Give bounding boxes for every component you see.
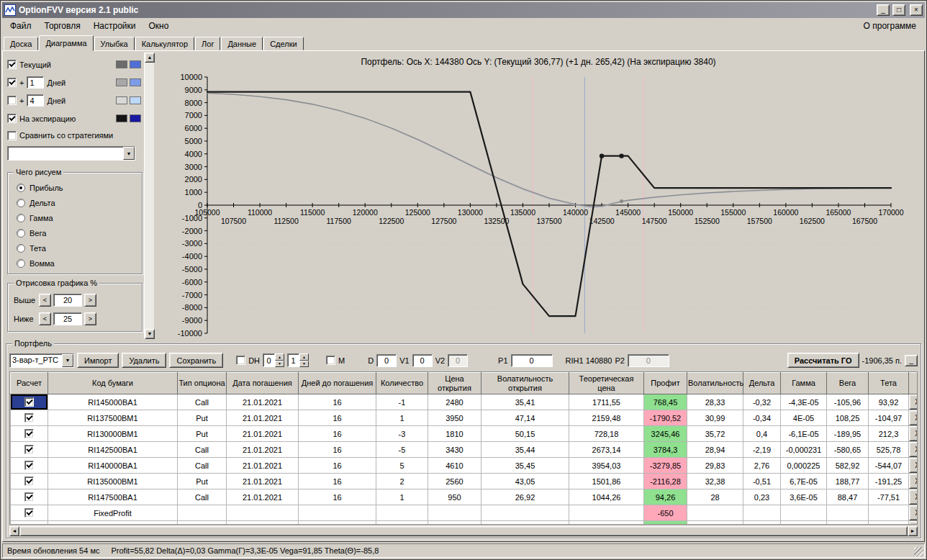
spin-up-icon[interactable]: ▲: [299, 353, 309, 361]
scrollbar-thumb[interactable]: [19, 526, 908, 536]
row-calc-checkbox[interactable]: [24, 461, 34, 470]
portfolio-chart[interactable]: -10000-9000-8000-7000-6000-5000-4000-300…: [154, 70, 923, 339]
scroll-right-icon[interactable]: ►: [908, 526, 918, 536]
profit-radio[interactable]: [17, 184, 25, 192]
current-checkbox[interactable]: [7, 60, 17, 69]
table-row[interactable]: RI142500BA1Call21.01.202116-5343035,4426…: [11, 442, 918, 458]
below-decrease-button[interactable]: <: [39, 312, 51, 325]
compare-strategies-checkbox[interactable]: [7, 131, 17, 140]
import-button[interactable]: Импорт: [77, 353, 119, 368]
tab-diagram[interactable]: Диаграмма: [39, 35, 93, 51]
row-calc-checkbox[interactable]: [24, 445, 34, 454]
minimize-button[interactable]: _: [877, 4, 890, 16]
row-delete-button[interactable]: X: [909, 458, 918, 473]
draw-option-profit[interactable]: Прибыль: [11, 180, 139, 195]
row-calc-cell[interactable]: [11, 521, 48, 525]
row-calc-cell[interactable]: [11, 410, 48, 426]
row-calc-checkbox[interactable]: [24, 524, 34, 525]
row-calc-checkbox[interactable]: [24, 508, 34, 518]
preset-select[interactable]: 3-вар-т_РТС ▼: [9, 353, 74, 368]
chevron-down-icon[interactable]: ▼: [62, 354, 73, 367]
dh-spinner-2-input[interactable]: [287, 353, 299, 367]
calc-go-button[interactable]: Рассчитать ГО: [787, 353, 859, 368]
v2-field[interactable]: [448, 354, 468, 367]
draw-option-delta[interactable]: Дельта: [11, 195, 139, 210]
tab-data[interactable]: Данные: [221, 37, 263, 50]
row-calc-cell[interactable]: [11, 489, 48, 505]
draw-option-theta[interactable]: Тета: [11, 240, 139, 256]
row-delete-button[interactable]: X: [909, 394, 918, 410]
menu-trade[interactable]: Торговля: [38, 19, 87, 33]
titlebar[interactable]: OptionFVV версия 2.1 public _ □ ×: [2, 2, 925, 18]
row-calc-cell[interactable]: [11, 442, 48, 458]
row-calc-cell[interactable]: [11, 505, 48, 521]
scroll-up-icon[interactable]: ▲: [145, 53, 155, 63]
maximize-button[interactable]: □: [892, 4, 905, 16]
row-calc-checkbox[interactable]: [24, 397, 34, 407]
draw-option-vega[interactable]: Вега: [11, 225, 139, 240]
plus4-days-days-input[interactable]: [27, 94, 44, 107]
delete-button[interactable]: Удалить: [122, 353, 166, 368]
delta-radio[interactable]: [17, 199, 25, 207]
save-button[interactable]: Сохранить: [169, 353, 223, 368]
scroll-left-icon[interactable]: ◄: [9, 526, 19, 536]
below-percent-input[interactable]: [53, 312, 82, 325]
tab-calculator[interactable]: Калькулятор: [135, 37, 194, 50]
collapse-button[interactable]: _: [905, 355, 918, 366]
dh-spinner-1-input[interactable]: [263, 353, 275, 367]
theta-radio[interactable]: [17, 244, 25, 253]
row-calc-cell[interactable]: [11, 394, 48, 410]
tab-trades[interactable]: Сделки: [263, 37, 304, 50]
v1-field[interactable]: [412, 354, 433, 367]
row-calc-cell[interactable]: [11, 426, 48, 442]
table-row[interactable]: RI135000BM1Put21.01.2021162256043,051501…: [11, 474, 918, 489]
chevron-down-icon[interactable]: ▼: [123, 147, 135, 160]
menu-about[interactable]: О программе: [856, 19, 923, 33]
draw-option-vomma[interactable]: Вомма: [11, 256, 139, 271]
row-calc-checkbox[interactable]: [24, 413, 34, 423]
gamma-radio[interactable]: [17, 214, 25, 222]
row-delete-button[interactable]: X: [909, 474, 918, 489]
vomma-radio[interactable]: [17, 259, 25, 268]
p1-field[interactable]: [511, 354, 553, 367]
p2-field[interactable]: [628, 354, 669, 367]
menu-window[interactable]: Окно: [143, 19, 176, 33]
row-delete-button[interactable]: X: [909, 442, 918, 457]
dh-checkbox[interactable]: [236, 356, 245, 365]
row-delete-button[interactable]: X: [909, 426, 918, 441]
tab-board[interactable]: Доска: [4, 37, 38, 50]
above-increase-button[interactable]: >: [84, 294, 96, 307]
row-calc-cell[interactable]: [11, 458, 48, 474]
table-row[interactable]: FixedProfit-650X: [11, 505, 918, 521]
row-calc-checkbox[interactable]: [24, 477, 34, 486]
plus1-day-checkbox[interactable]: [7, 78, 17, 87]
above-decrease-button[interactable]: <: [39, 294, 51, 307]
menu-file[interactable]: Файл: [4, 19, 38, 33]
above-percent-input[interactable]: [53, 294, 82, 307]
row-delete-button[interactable]: X: [909, 521, 918, 525]
spin-down-icon[interactable]: ▼: [275, 361, 284, 368]
row-delete-button[interactable]: X: [909, 505, 918, 520]
table-row[interactable]: RI140000BA1Call21.01.2021165461035,45395…: [11, 458, 918, 474]
expiration-checkbox[interactable]: [7, 114, 17, 123]
spin-up-icon[interactable]: ▲: [275, 353, 284, 361]
row-calc-checkbox[interactable]: [24, 429, 34, 438]
draw-option-gamma[interactable]: Гамма: [11, 210, 139, 225]
tab-log[interactable]: Лог: [195, 37, 220, 50]
row-delete-button[interactable]: X: [909, 410, 918, 425]
table-row[interactable]: RI145000BA1Call21.01.202116-1248035,4117…: [11, 394, 918, 410]
close-button[interactable]: ×: [910, 4, 923, 16]
strategy-select[interactable]: ▼: [7, 146, 135, 161]
plus1-day-days-input[interactable]: [27, 76, 44, 89]
vega-radio[interactable]: [17, 229, 25, 238]
table-horizontal-scrollbar[interactable]: ◄ ►: [9, 526, 918, 536]
resize-grip[interactable]: [914, 547, 923, 556]
row-calc-checkbox[interactable]: [24, 492, 34, 502]
scroll-down-icon[interactable]: ▼: [145, 329, 155, 339]
table-row[interactable]: RI130000BM1Put21.01.202116-3181050,15728…: [11, 426, 918, 442]
table-row[interactable]: RI147500BA1Call21.01.202116195026,921044…: [11, 489, 918, 505]
table-row[interactable]: RI137500BM1Put21.01.2021161395047,142159…: [11, 410, 918, 426]
table-row[interactable]: Итого:55,820,033,3E-0591,85-85,8X: [11, 521, 918, 525]
tab-smile[interactable]: Улыбка: [94, 37, 135, 50]
menu-settings[interactable]: Настройки: [87, 19, 143, 33]
